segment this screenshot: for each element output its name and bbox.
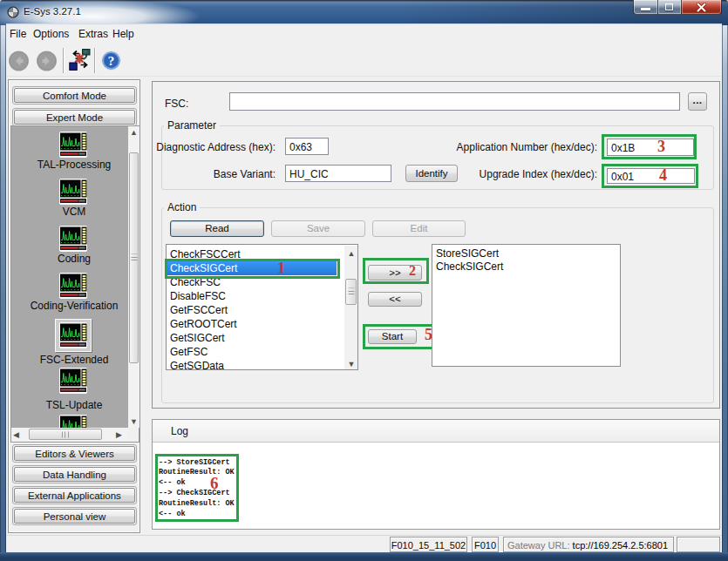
svg-text:?: ? [108,54,115,68]
